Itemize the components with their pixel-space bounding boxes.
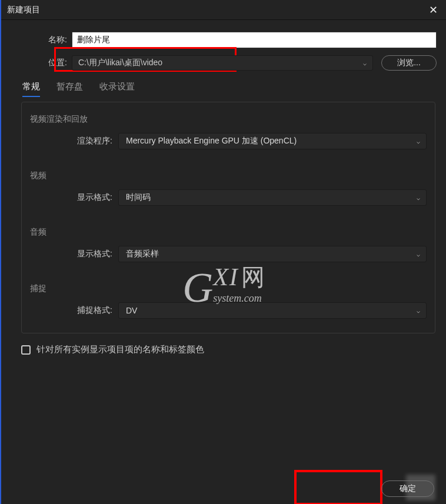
capture-format-select[interactable]: DV ⌵ (118, 302, 427, 319)
group-audio: 音频 显示格式: 音频采样 ⌵ (30, 227, 427, 262)
renderer-row: 渲染程序: Mercury Playback Engine GPU 加速 (Op… (30, 133, 427, 149)
tab-ingest-settings[interactable]: 收录设置 (99, 81, 135, 97)
chevron-down-icon: ⌵ (363, 60, 367, 66)
location-label: 位置: (8, 58, 72, 68)
group-render: 视频渲染和回放 渲染程序: Mercury Playback Engine GP… (30, 114, 427, 149)
show-names-checkbox-row[interactable]: 针对所有实例显示项目项的名称和标签颜色 (21, 344, 439, 355)
titlebar: 新建项目 ✕ (1, 0, 446, 20)
ok-button[interactable]: 确定 (381, 480, 434, 497)
name-label: 名称: (8, 35, 72, 45)
highlight-box-ok (294, 470, 382, 504)
new-project-dialog: 新建项目 ✕ 名称: 位置: C:\用户\likai\桌面\video ⌵ 浏览… (0, 0, 446, 504)
name-row: 名称: (8, 32, 439, 48)
checkbox-icon (21, 345, 31, 355)
audio-format-select[interactable]: 音频采样 ⌵ (118, 246, 427, 262)
browse-button[interactable]: 浏览... (381, 55, 437, 71)
chevron-down-icon: ⌵ (417, 308, 420, 314)
name-input[interactable] (72, 32, 437, 48)
renderer-select[interactable]: Mercury Playback Engine GPU 加速 (OpenCL) … (118, 133, 427, 149)
chevron-down-icon: ⌵ (417, 138, 420, 145)
audio-format-row: 显示格式: 音频采样 ⌵ (30, 246, 427, 262)
group-capture-title: 捕捉 (30, 283, 427, 294)
location-value: C:\用户\likai\桌面\video (78, 58, 162, 68)
dialog-title: 新建项目 (7, 5, 40, 15)
chevron-down-icon: ⌵ (417, 251, 420, 258)
renderer-label: 渲染程序: (30, 136, 118, 146)
general-panel: 视频渲染和回放 渲染程序: Mercury Playback Engine GP… (21, 102, 435, 333)
chevron-down-icon: ⌵ (417, 195, 420, 201)
audio-format-label: 显示格式: (30, 249, 118, 259)
video-format-label: 显示格式: (30, 192, 118, 203)
tab-scratch-disks[interactable]: 暂存盘 (56, 81, 83, 97)
video-format-value: 时间码 (126, 192, 151, 203)
location-select[interactable]: C:\用户\likai\桌面\video ⌵ (72, 55, 373, 71)
group-render-title: 视频渲染和回放 (30, 114, 427, 125)
group-audio-title: 音频 (30, 227, 427, 238)
group-video-title: 视频 (30, 171, 427, 181)
group-video: 视频 显示格式: 时间码 ⌵ (30, 171, 427, 206)
capture-format-value: DV (126, 306, 137, 315)
tab-general[interactable]: 常规 (22, 81, 40, 97)
tabs: 常规 暂存盘 收录设置 (22, 81, 439, 97)
show-names-label: 针对所有实例显示项目项的名称和标签颜色 (36, 344, 204, 355)
dialog-footer: 确定 (381, 480, 434, 497)
group-capture: 捕捉 捕捉格式: DV ⌵ (30, 283, 427, 319)
capture-format-row: 捕捉格式: DV ⌵ (30, 302, 427, 319)
video-format-select[interactable]: 时间码 ⌵ (118, 189, 427, 206)
audio-format-value: 音频采样 (126, 249, 159, 259)
renderer-value: Mercury Playback Engine GPU 加速 (OpenCL) (126, 136, 297, 146)
video-format-row: 显示格式: 时间码 ⌵ (30, 189, 427, 206)
location-row: 位置: C:\用户\likai\桌面\video ⌵ 浏览... (8, 55, 439, 71)
capture-format-label: 捕捉格式: (30, 305, 118, 316)
close-icon[interactable]: ✕ (420, 0, 446, 20)
dialog-content: 名称: 位置: C:\用户\likai\桌面\video ⌵ 浏览... 常规 … (1, 20, 446, 504)
